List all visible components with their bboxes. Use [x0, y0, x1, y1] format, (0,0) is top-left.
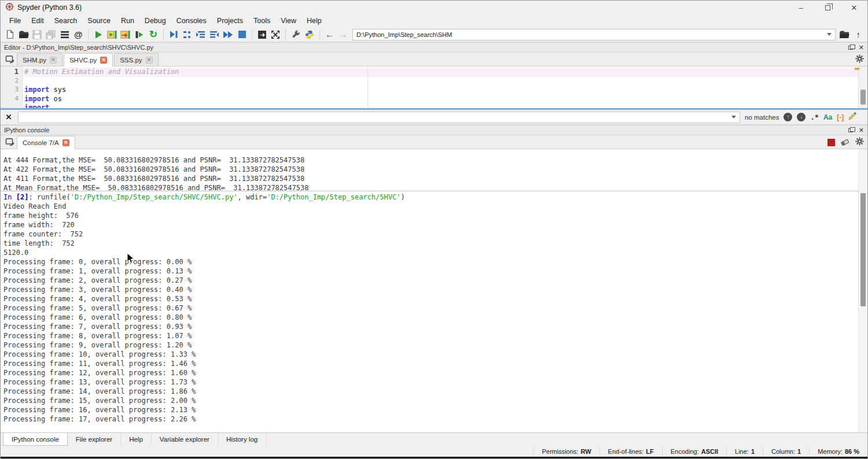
menu-item[interactable]: Search: [49, 16, 83, 26]
undock-console-icon[interactable]: [848, 128, 853, 132]
editor-scrollbar[interactable]: [858, 66, 867, 108]
status-item: End-of-lines:LF: [599, 447, 662, 456]
save-all-icon[interactable]: [44, 28, 58, 41]
menu-item[interactable]: Run: [116, 16, 139, 26]
maximize-pane-icon[interactable]: [255, 28, 269, 41]
status-value: ASCII: [701, 448, 718, 455]
tab-history-log[interactable]: History log: [218, 433, 266, 446]
forward-icon[interactable]: →: [336, 28, 350, 41]
menu-item[interactable]: Edit: [26, 16, 49, 26]
menu-item[interactable]: Projects: [212, 16, 248, 26]
menu-item[interactable]: Source: [82, 16, 116, 26]
console-line: Processing frame: 6, overall progress: 0…: [3, 313, 858, 322]
close-editor-pane-icon[interactable]: ✕: [859, 45, 864, 51]
step-into-icon[interactable]: [194, 28, 208, 41]
preferences-wrench-icon[interactable]: [289, 28, 303, 41]
file-switcher-icon[interactable]: [58, 28, 72, 41]
console-line: At 422 Format,the MSE= 50.08331680297851…: [3, 165, 858, 174]
close-button[interactable]: ✕: [841, 1, 867, 14]
console-line: frame height: 576: [3, 211, 858, 220]
python-pathmanager-icon[interactable]: [303, 28, 317, 41]
step-return-icon[interactable]: [208, 28, 222, 41]
step-over-icon[interactable]: [180, 28, 194, 41]
console-header-title: IPython console: [4, 127, 49, 134]
clear-console-eraser-icon[interactable]: [840, 138, 850, 148]
find-next-icon[interactable]: ↓: [797, 113, 806, 121]
menu-item[interactable]: Help: [301, 16, 327, 26]
close-tab-icon[interactable]: ✕: [62, 139, 69, 146]
minimize-button[interactable]: –: [788, 1, 814, 14]
working-directory-input[interactable]: [353, 31, 827, 38]
code-text[interactable]: # Motion Estimation and Visualization im…: [23, 66, 858, 108]
whole-words-toggle-icon[interactable]: [-]: [837, 113, 844, 121]
console-output[interactable]: At 444 Format,the MSE= 50.08331680297851…: [1, 149, 858, 432]
menu-item[interactable]: File: [4, 16, 26, 26]
back-icon[interactable]: ←: [323, 28, 337, 41]
fullscreen-icon[interactable]: [269, 28, 283, 41]
close-tab-icon[interactable]: ✕: [100, 57, 107, 64]
save-icon[interactable]: [30, 28, 44, 41]
parent-directory-icon[interactable]: ↑: [851, 28, 865, 41]
console-tab[interactable]: Console 7/A ✕: [17, 136, 75, 149]
open-file-icon[interactable]: [17, 28, 31, 41]
browse-tabs-icon[interactable]: [3, 136, 17, 149]
find-previous-icon[interactable]: ↑: [784, 113, 792, 121]
regex-toggle-icon[interactable]: .*: [810, 113, 818, 121]
interrupt-kernel-icon[interactable]: [827, 139, 835, 146]
code-area[interactable]: 1 2 3 4 # Motion Estimation and Visualiz…: [1, 66, 867, 108]
scroll-flag-marker: [855, 68, 859, 70]
rerun-last-cell-icon[interactable]: ↻: [146, 28, 160, 41]
close-tab-icon[interactable]: ✕: [146, 57, 153, 64]
working-directory-combo[interactable]: [352, 29, 836, 40]
tab-label: SHM.py: [23, 57, 46, 64]
menu-item[interactable]: Consoles: [171, 16, 212, 26]
close-console-pane-icon[interactable]: ✕: [859, 127, 864, 134]
find-input-combo[interactable]: [18, 112, 740, 123]
tab-label: SHVC.py: [69, 57, 97, 64]
tab-ipython-console[interactable]: IPython console: [3, 433, 68, 446]
run-selection-icon[interactable]: [133, 28, 146, 41]
code-keyword: import: [24, 95, 49, 103]
highlight-matches-icon[interactable]: [848, 112, 858, 123]
column-79-edge: [367, 66, 368, 108]
status-value: 86 %: [845, 448, 859, 455]
case-sensitive-toggle-icon[interactable]: Aa: [823, 113, 832, 121]
undock-editor-icon[interactable]: [848, 46, 853, 50]
close-find-icon[interactable]: ✕: [4, 113, 13, 121]
menu-item[interactable]: Debug: [139, 16, 171, 26]
editor-options-gear-icon[interactable]: [855, 54, 864, 65]
tab-variable-explorer[interactable]: Variable explorer: [152, 433, 218, 446]
chevron-down-icon[interactable]: [731, 116, 736, 119]
debug-file-icon[interactable]: [167, 28, 181, 41]
editor-tab-sss[interactable]: SSS.py ✕: [114, 53, 158, 66]
status-item: Memory:86 %: [809, 447, 867, 456]
editor-tab-shm[interactable]: SHM.py ✕: [17, 53, 62, 66]
editor-pane-header: Editor - D:\Python_Imp\Step_search\SHVC\…: [1, 42, 867, 53]
console-scrollbar[interactable]: [858, 149, 867, 432]
tab-help[interactable]: Help: [121, 433, 152, 446]
console-options-gear-icon[interactable]: [855, 137, 864, 148]
stop-debug-icon[interactable]: [235, 28, 249, 41]
editor-tab-shvc[interactable]: SHVC.py ✕: [64, 53, 113, 66]
console-prompt-line: In [2]: runfile('D:/Python_Imp/Step_sear…: [3, 193, 858, 202]
continue-icon[interactable]: [222, 28, 236, 41]
editor-scrollbar-thumb[interactable]: [860, 90, 866, 105]
find-input[interactable]: [19, 114, 731, 121]
console-scrollbar-thumb[interactable]: [860, 193, 866, 306]
restore-button[interactable]: [814, 1, 841, 14]
console-previous-output: At 444 Format,the MSE= 50.08331680297851…: [3, 156, 858, 191]
chevron-down-icon[interactable]: [827, 33, 832, 36]
console-line: Processing frame: 5, overall progress: 0…: [3, 303, 858, 313]
browse-tabs-icon[interactable]: [3, 53, 17, 66]
browse-directory-icon[interactable]: [838, 28, 852, 41]
code-text-token: os: [49, 95, 62, 103]
tab-file-explorer[interactable]: File explorer: [68, 433, 121, 446]
run-file-icon[interactable]: [91, 28, 105, 41]
new-file-icon[interactable]: [3, 28, 17, 41]
close-tab-icon[interactable]: ✕: [50, 57, 57, 64]
menu-item[interactable]: Tools: [248, 16, 275, 26]
run-cell-icon[interactable]: [105, 28, 119, 41]
menu-item[interactable]: View: [275, 16, 301, 26]
symbol-finder-icon[interactable]: @: [72, 28, 86, 41]
rerun-cell-icon[interactable]: [119, 28, 133, 41]
